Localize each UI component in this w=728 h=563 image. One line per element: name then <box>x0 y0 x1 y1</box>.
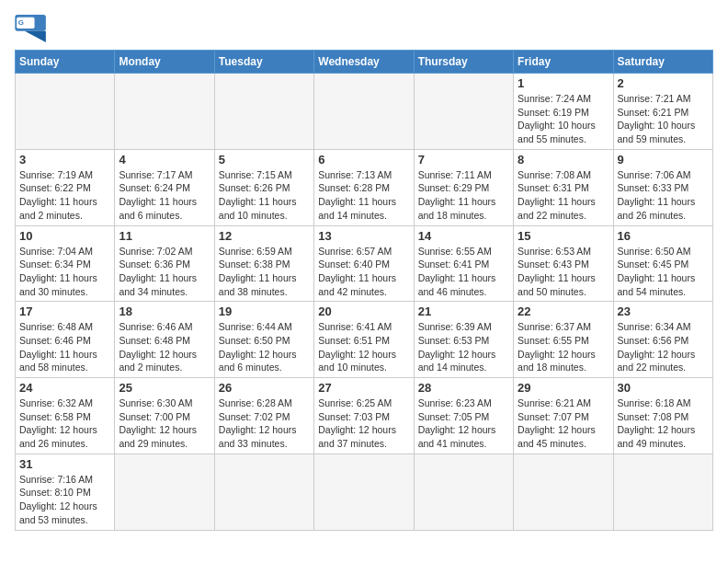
day-info: Sunrise: 6:34 AM Sunset: 6:56 PM Dayligh… <box>618 320 709 374</box>
day-info: Sunrise: 6:53 AM Sunset: 6:43 PM Dayligh… <box>518 245 609 299</box>
day-info: Sunrise: 6:18 AM Sunset: 7:08 PM Dayligh… <box>618 396 709 451</box>
calendar-week-2: 10Sunrise: 7:04 AM Sunset: 6:34 PM Dayli… <box>16 225 713 302</box>
day-info: Sunrise: 6:25 AM Sunset: 7:03 PM Dayligh… <box>318 396 409 451</box>
calendar-cell <box>214 74 313 150</box>
day-info: Sunrise: 7:21 AM Sunset: 6:21 PM Dayligh… <box>618 92 709 146</box>
calendar-cell: 7Sunrise: 7:11 AM Sunset: 6:29 PM Daylig… <box>414 149 513 225</box>
weekday-header-tuesday: Tuesday <box>214 51 313 74</box>
day-number: 12 <box>219 229 310 243</box>
day-number: 11 <box>119 229 210 243</box>
calendar-cell: 13Sunrise: 6:57 AM Sunset: 6:40 PM Dayli… <box>314 225 414 302</box>
day-number: 16 <box>618 229 709 243</box>
day-info: Sunrise: 6:46 AM Sunset: 6:48 PM Dayligh… <box>119 320 210 374</box>
day-info: Sunrise: 7:15 AM Sunset: 6:26 PM Dayligh… <box>219 168 310 223</box>
calendar-cell: 27Sunrise: 6:25 AM Sunset: 7:03 PM Dayli… <box>314 378 414 454</box>
calendar-cell <box>314 454 414 530</box>
day-info: Sunrise: 6:57 AM Sunset: 6:40 PM Dayligh… <box>318 245 409 299</box>
day-number: 5 <box>219 153 310 167</box>
header: G <box>15 15 713 42</box>
calendar-cell <box>314 74 414 150</box>
day-info: Sunrise: 7:11 AM Sunset: 6:29 PM Dayligh… <box>418 168 509 223</box>
day-info: Sunrise: 6:44 AM Sunset: 6:50 PM Dayligh… <box>219 320 310 374</box>
day-number: 23 <box>618 304 709 318</box>
day-number: 31 <box>19 457 110 471</box>
calendar-week-1: 3Sunrise: 7:19 AM Sunset: 6:22 PM Daylig… <box>16 149 713 225</box>
calendar-cell: 3Sunrise: 7:19 AM Sunset: 6:22 PM Daylig… <box>16 149 115 225</box>
day-info: Sunrise: 6:30 AM Sunset: 7:00 PM Dayligh… <box>119 396 210 451</box>
day-number: 9 <box>618 153 709 167</box>
day-number: 8 <box>518 153 609 167</box>
calendar-cell: 23Sunrise: 6:34 AM Sunset: 6:56 PM Dayli… <box>613 302 712 378</box>
weekday-header-friday: Friday <box>514 51 613 74</box>
calendar-cell <box>414 74 513 150</box>
svg-text:G: G <box>18 18 24 27</box>
day-info: Sunrise: 7:02 AM Sunset: 6:36 PM Dayligh… <box>119 245 210 299</box>
calendar-cell: 9Sunrise: 7:06 AM Sunset: 6:33 PM Daylig… <box>613 149 712 225</box>
calendar-cell <box>414 454 513 530</box>
calendar-cell <box>16 74 115 150</box>
day-number: 18 <box>119 304 210 318</box>
calendar-cell: 11Sunrise: 7:02 AM Sunset: 6:36 PM Dayli… <box>115 225 214 302</box>
day-number: 25 <box>119 381 210 395</box>
calendar-cell: 16Sunrise: 6:50 AM Sunset: 6:45 PM Dayli… <box>613 225 712 302</box>
calendar-cell: 12Sunrise: 6:59 AM Sunset: 6:38 PM Dayli… <box>214 225 313 302</box>
weekday-header-wednesday: Wednesday <box>314 51 414 74</box>
day-info: Sunrise: 7:19 AM Sunset: 6:22 PM Dayligh… <box>19 168 110 223</box>
day-number: 13 <box>318 229 409 243</box>
weekday-header-saturday: Saturday <box>613 51 712 74</box>
calendar-header: SundayMondayTuesdayWednesdayThursdayFrid… <box>16 51 713 74</box>
day-number: 1 <box>518 76 609 90</box>
day-number: 22 <box>518 304 609 318</box>
day-number: 14 <box>418 229 509 243</box>
calendar-cell: 24Sunrise: 6:32 AM Sunset: 6:58 PM Dayli… <box>16 378 115 454</box>
day-number: 27 <box>318 381 409 395</box>
calendar-cell: 26Sunrise: 6:28 AM Sunset: 7:02 PM Dayli… <box>214 378 313 454</box>
calendar-cell: 6Sunrise: 7:13 AM Sunset: 6:28 PM Daylig… <box>314 149 414 225</box>
day-info: Sunrise: 6:55 AM Sunset: 6:41 PM Dayligh… <box>418 245 509 299</box>
logo: G <box>15 15 51 42</box>
day-number: 3 <box>19 153 110 167</box>
calendar-cell: 22Sunrise: 6:37 AM Sunset: 6:55 PM Dayli… <box>514 302 613 378</box>
day-number: 2 <box>618 76 709 90</box>
svg-marker-1 <box>25 31 46 42</box>
day-number: 26 <box>219 381 310 395</box>
day-info: Sunrise: 7:04 AM Sunset: 6:34 PM Dayligh… <box>19 245 110 299</box>
day-info: Sunrise: 7:08 AM Sunset: 6:31 PM Dayligh… <box>518 168 609 223</box>
day-info: Sunrise: 6:28 AM Sunset: 7:02 PM Dayligh… <box>219 396 310 451</box>
calendar-week-3: 17Sunrise: 6:48 AM Sunset: 6:46 PM Dayli… <box>16 302 713 378</box>
calendar-cell: 15Sunrise: 6:53 AM Sunset: 6:43 PM Dayli… <box>514 225 613 302</box>
day-number: 28 <box>418 381 509 395</box>
day-info: Sunrise: 6:39 AM Sunset: 6:53 PM Dayligh… <box>418 320 509 374</box>
day-number: 21 <box>418 304 509 318</box>
day-number: 20 <box>318 304 409 318</box>
day-number: 19 <box>219 304 310 318</box>
calendar-cell: 5Sunrise: 7:15 AM Sunset: 6:26 PM Daylig… <box>214 149 313 225</box>
calendar-cell: 19Sunrise: 6:44 AM Sunset: 6:50 PM Dayli… <box>214 302 313 378</box>
day-info: Sunrise: 7:16 AM Sunset: 8:10 PM Dayligh… <box>19 473 110 527</box>
weekday-header-sunday: Sunday <box>16 51 115 74</box>
day-info: Sunrise: 6:41 AM Sunset: 6:51 PM Dayligh… <box>318 320 409 374</box>
day-info: Sunrise: 6:21 AM Sunset: 7:07 PM Dayligh… <box>518 396 609 451</box>
calendar-cell: 14Sunrise: 6:55 AM Sunset: 6:41 PM Dayli… <box>414 225 513 302</box>
day-info: Sunrise: 6:23 AM Sunset: 7:05 PM Dayligh… <box>418 396 509 451</box>
calendar-cell: 29Sunrise: 6:21 AM Sunset: 7:07 PM Dayli… <box>514 378 613 454</box>
day-number: 24 <box>19 381 110 395</box>
day-number: 17 <box>19 304 110 318</box>
calendar-cell: 30Sunrise: 6:18 AM Sunset: 7:08 PM Dayli… <box>613 378 712 454</box>
day-number: 29 <box>518 381 609 395</box>
calendar-cell <box>115 74 214 150</box>
weekday-header-monday: Monday <box>115 51 214 74</box>
calendar-cell: 10Sunrise: 7:04 AM Sunset: 6:34 PM Dayli… <box>16 225 115 302</box>
calendar-cell: 21Sunrise: 6:39 AM Sunset: 6:53 PM Dayli… <box>414 302 513 378</box>
calendar-cell: 20Sunrise: 6:41 AM Sunset: 6:51 PM Dayli… <box>314 302 414 378</box>
calendar-week-4: 24Sunrise: 6:32 AM Sunset: 6:58 PM Dayli… <box>16 378 713 454</box>
calendar-cell: 18Sunrise: 6:46 AM Sunset: 6:48 PM Dayli… <box>115 302 214 378</box>
day-info: Sunrise: 7:17 AM Sunset: 6:24 PM Dayligh… <box>119 168 210 223</box>
calendar-cell: 4Sunrise: 7:17 AM Sunset: 6:24 PM Daylig… <box>115 149 214 225</box>
calendar-cell: 31Sunrise: 7:16 AM Sunset: 8:10 PM Dayli… <box>16 454 115 530</box>
day-info: Sunrise: 6:59 AM Sunset: 6:38 PM Dayligh… <box>219 245 310 299</box>
calendar-cell: 8Sunrise: 7:08 AM Sunset: 6:31 PM Daylig… <box>514 149 613 225</box>
calendar-cell <box>214 454 313 530</box>
calendar-cell: 28Sunrise: 6:23 AM Sunset: 7:05 PM Dayli… <box>414 378 513 454</box>
logo-icon: G <box>15 15 48 42</box>
